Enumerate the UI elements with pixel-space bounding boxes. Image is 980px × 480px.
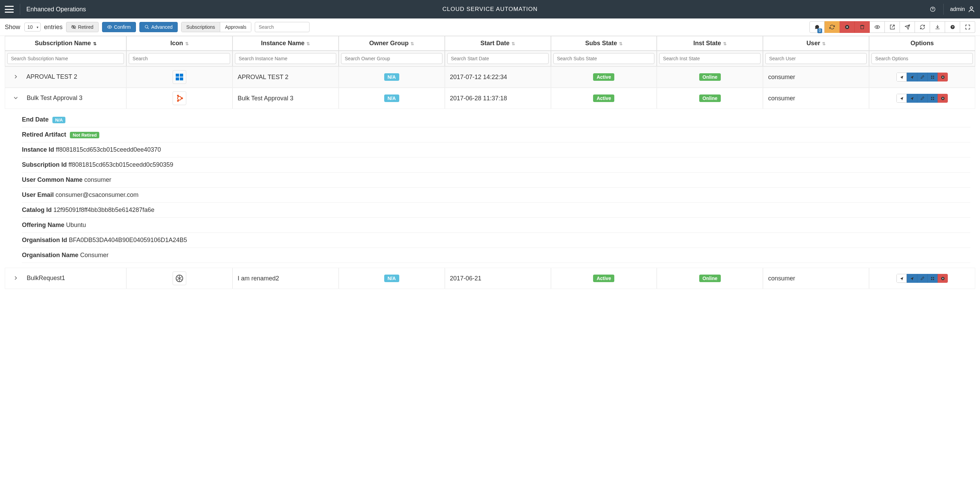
question-icon [950, 24, 955, 30]
retired-button[interactable]: Retired [66, 22, 99, 32]
xcircle-icon [940, 75, 945, 79]
cell-owner-group: N/A [339, 87, 445, 109]
sync-button[interactable] [915, 21, 930, 33]
option-delete-button[interactable] [937, 94, 948, 103]
search-input[interactable] [255, 22, 310, 32]
cancel-button[interactable] [840, 21, 855, 33]
option-delete-button[interactable] [937, 73, 948, 81]
option-edit-button[interactable] [917, 73, 927, 81]
filter-icon[interactable] [129, 53, 230, 64]
notifications-button[interactable]: 0 [810, 21, 824, 33]
fullscreen-button[interactable] [960, 21, 975, 33]
col-owner-group[interactable]: Owner Group⇅ [339, 36, 445, 51]
detail-value: consumer [84, 176, 111, 183]
filter-inst-state[interactable] [659, 53, 760, 64]
delete-button[interactable] [855, 21, 870, 33]
filter-start-date[interactable] [447, 53, 549, 64]
filter-subscription-name[interactable] [7, 53, 124, 64]
col-subscription-name[interactable]: Subscription Name⇅ [5, 36, 126, 51]
app-title: CLOUD SERVICE AUTOMATION [442, 6, 538, 13]
cell-instance-name: I am renamed2 [232, 268, 339, 289]
send-icon [905, 24, 910, 30]
table-row: BulkRequest1 I am renamed2 N/A 2017-06-2… [5, 268, 975, 289]
filter-user[interactable] [765, 53, 867, 64]
detail-line: End Date N/A [22, 112, 970, 127]
refresh-button[interactable] [824, 21, 840, 33]
detail-value: ff8081815cd653cb015ceedd0ee40370 [56, 146, 161, 153]
cell-subscription-name: BulkRequest1 [5, 268, 126, 289]
tab-subscriptions[interactable]: Subscriptions [181, 22, 220, 32]
tab-approvals[interactable]: Approvals [220, 22, 251, 32]
expand-toggle[interactable] [10, 275, 22, 282]
confirm-button[interactable]: Confirm [102, 22, 136, 32]
expand-toggle[interactable] [10, 95, 22, 102]
info-button[interactable] [945, 21, 960, 33]
detail-line: Organisation Id BFA0DB53DA404B90E0405910… [22, 233, 970, 248]
option-edit-button[interactable] [917, 94, 927, 103]
table-row: APROVAL TEST 2 APROVAL TEST 2 N/A 2017-0… [5, 67, 975, 87]
option-grid-button[interactable] [927, 274, 937, 283]
filter-owner-group[interactable] [341, 53, 442, 64]
help-icon[interactable] [928, 5, 937, 14]
col-instance-name[interactable]: Instance Name⇅ [232, 36, 339, 51]
detail-value: ff8081815cd653cb015ceedd0c590359 [68, 161, 173, 168]
cell-inst-state: Online [657, 268, 763, 289]
option-forward-button[interactable] [896, 94, 907, 103]
chevron-icon [13, 276, 18, 280]
option-grid-button[interactable] [927, 73, 937, 81]
export-button[interactable] [885, 21, 900, 33]
cell-subs-state: Active [551, 87, 657, 109]
option-share-button[interactable] [907, 274, 917, 283]
option-delete-button[interactable] [937, 274, 948, 283]
advanced-button[interactable]: Advanced [139, 22, 178, 32]
col-options[interactable]: Options [869, 36, 975, 51]
option-forward-button[interactable] [896, 73, 907, 81]
option-share-button[interactable] [907, 94, 917, 103]
detail-line: Catalog Id 12f95091f8ff4bb3bb8b5e614287f… [22, 203, 970, 218]
row-options [896, 94, 948, 103]
option-grid-button[interactable] [927, 94, 937, 103]
cell-subs-state: Active [551, 67, 657, 87]
sync-icon [920, 24, 925, 30]
filter-instance-name[interactable] [235, 53, 336, 64]
section-title: Enhanced Operations [26, 6, 86, 13]
col-icon[interactable]: Icon⇅ [126, 36, 232, 51]
expand-toggle[interactable] [10, 74, 22, 81]
send-button[interactable] [900, 21, 915, 33]
option-edit-button[interactable] [917, 274, 927, 283]
col-start-date[interactable]: Start Date⇅ [445, 36, 551, 51]
cell-start-date: 2017-06-28 11:37:18 [445, 87, 551, 109]
cell-icon [126, 67, 232, 87]
col-user[interactable]: User⇅ [763, 36, 869, 51]
os-icon [173, 70, 186, 84]
col-subs-state[interactable]: Subs State⇅ [551, 36, 657, 51]
cell-user: consumer [763, 268, 869, 289]
app-header: Enhanced Operations CLOUD SERVICE AUTOMA… [0, 0, 980, 19]
detail-label: User Email [22, 191, 54, 198]
user-menu[interactable]: admin [950, 5, 975, 13]
cell-instance-name: Bulk Test Approval 3 [232, 87, 339, 109]
share-icon [899, 276, 904, 281]
option-share-button[interactable] [907, 73, 917, 81]
chevron-icon [13, 95, 18, 100]
detail-value: Consumer [80, 252, 108, 259]
detail-badge: N/A [52, 117, 65, 123]
filter-subs-state[interactable] [554, 53, 655, 64]
view-button[interactable] [870, 21, 885, 33]
divider [20, 4, 20, 15]
detail-line: Subscription Id ff8081815cd653cb015ceedd… [22, 157, 970, 173]
download-icon [935, 24, 940, 30]
menu-icon[interactable] [5, 6, 14, 13]
option-forward-button[interactable] [896, 274, 907, 283]
detail-line: User Email consumer@csaconsumer.com [22, 188, 970, 203]
entries-select[interactable]: 10 [24, 22, 41, 32]
download-button[interactable] [930, 21, 945, 33]
filter-options[interactable] [872, 53, 973, 64]
cell-start-date: 2017-07-12 14:22:34 [445, 67, 551, 87]
refresh-icon [829, 24, 835, 30]
expand-icon [965, 24, 970, 30]
col-inst-state[interactable]: Inst State⇅ [657, 36, 763, 51]
toolbar-actions: 0 [810, 21, 975, 33]
detail-line: User Common Name consumer [22, 173, 970, 188]
os-icon [173, 91, 186, 105]
